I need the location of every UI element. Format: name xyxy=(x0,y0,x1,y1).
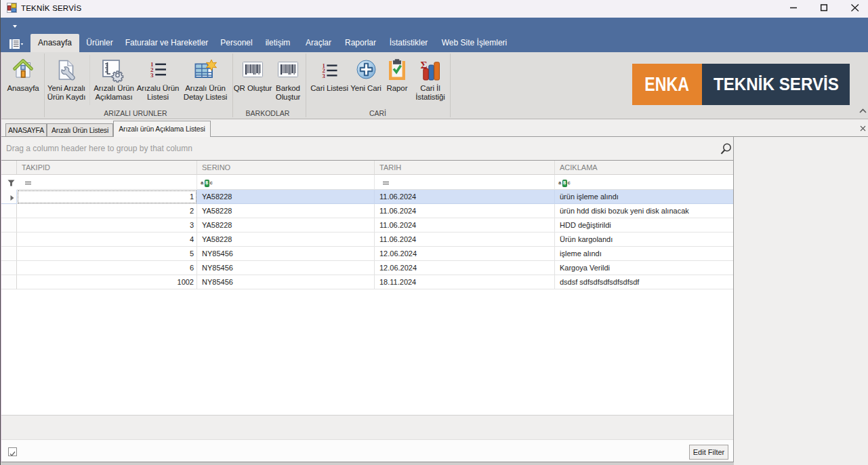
svg-text:3: 3 xyxy=(150,72,153,77)
svg-text:3: 3 xyxy=(322,72,325,77)
